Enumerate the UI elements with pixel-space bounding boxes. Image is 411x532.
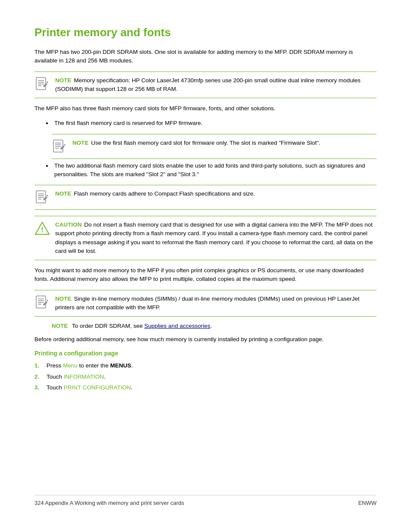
section-heading: Printing a configuration page [34, 350, 377, 357]
svg-rect-0 [36, 78, 46, 90]
caution-label: CAUTION [55, 221, 82, 228]
note-icon-2 [52, 139, 67, 154]
note-box-2: NOTEUse the first flash memory card slot… [52, 134, 377, 159]
bullet-list-2: The two additional flash memory card slo… [47, 162, 377, 179]
flash-intro-paragraph: The MFP also has three flash memory card… [34, 104, 377, 113]
step-2-content: Touch INFORMATION. [47, 372, 106, 382]
note-1-text: Memory specification: HP Color LaserJet … [55, 77, 361, 92]
note-2-label: NOTE [72, 140, 89, 146]
step-1-menu: Menu [63, 362, 78, 369]
steps-list: 1. Press Menu to enter the MENUS. 2. Tou… [34, 361, 377, 392]
note-3-text: Flash memory cards adhere to Compact Fla… [74, 190, 255, 197]
page-container: Printer memory and fonts The MFP has two… [0, 0, 411, 532]
note-box-4: NOTESingle in-line memory modules (SIMMs… [34, 290, 377, 317]
caution-text: Do not insert a flash memory card that i… [55, 221, 373, 254]
note-5-content: NOTE To order DDR SDRAM, see Supplies an… [52, 323, 212, 329]
page-title: Printer memory and fonts [34, 26, 377, 39]
step-3: 3. Touch PRINT CONFIGURATION. [34, 383, 377, 392]
order-paragraph: Before ordering additional memory, see h… [34, 335, 377, 344]
note-2-text: Use the first flash memory card slot for… [91, 140, 321, 146]
step-1-menus: MENUS [110, 362, 131, 369]
svg-rect-10 [36, 191, 46, 203]
note-2-content: NOTEUse the first flash memory card slot… [72, 139, 377, 147]
footer-right: ENWW [358, 500, 377, 506]
note-icon-1 [34, 76, 50, 92]
note-5-text1: To order DDR SDRAM, see [72, 323, 144, 329]
caution-box: ! CAUTIONDo not insert a flash memory ca… [34, 216, 377, 260]
note-icon-4 [34, 295, 50, 310]
step-1-num: 1. [34, 361, 47, 370]
note-3-content: NOTEFlash memory cards adhere to Compact… [55, 190, 377, 198]
main-content: Printer memory and fonts The MFP has two… [34, 26, 377, 495]
note-5-text2: . [210, 323, 212, 329]
note-box-3: NOTEFlash memory cards adhere to Compact… [34, 185, 377, 210]
note-5-container: NOTE To order DDR SDRAM, see Supplies an… [34, 323, 377, 329]
svg-rect-17 [36, 296, 46, 308]
supplies-link[interactable]: Supplies and accessories [144, 323, 210, 329]
step-2-information: INFORMATION [64, 373, 104, 380]
bullet-item-1: The first flash memory card is reserved … [47, 119, 377, 128]
footer-left: 324 Appendix A Working with memory and p… [34, 500, 184, 506]
note-4-text: Single in-line memory modules (SIMMs) / … [55, 296, 360, 311]
note-3-label: NOTE [55, 190, 72, 197]
note-box-1: NOTEMemory specification: HP Color Laser… [34, 72, 377, 99]
note-5-label: NOTE [52, 323, 68, 329]
svg-rect-5 [53, 140, 63, 152]
memory-paragraph: You might want to add more memory to the… [34, 266, 377, 284]
step-3-num: 3. [34, 383, 47, 392]
svg-text:!: ! [41, 226, 43, 233]
note-4-content: NOTESingle in-line memory modules (SIMMs… [55, 295, 377, 312]
bullet-item-2: The two additional flash memory card slo… [47, 162, 377, 179]
step-1-content: Press Menu to enter the MENUS. [47, 361, 133, 370]
caution-content: CAUTIONDo not insert a flash memory card… [55, 221, 377, 255]
step-3-content: Touch PRINT CONFIGURATION. [47, 383, 133, 392]
note-icon-3 [34, 190, 50, 205]
intro-paragraph: The MFP has two 200-pin DDR SDRAM slots.… [34, 48, 377, 65]
step-2: 2. Touch INFORMATION. [34, 372, 377, 382]
caution-triangle-icon: ! [34, 221, 50, 236]
note-1-label: NOTE [55, 77, 72, 84]
note-1-content: NOTEMemory specification: HP Color Laser… [55, 76, 377, 94]
bullet-list: The first flash memory card is reserved … [47, 119, 377, 128]
note-4-label: NOTE [55, 296, 72, 302]
page-footer: 324 Appendix A Working with memory and p… [34, 495, 377, 506]
step-1: 1. Press Menu to enter the MENUS. [34, 361, 377, 370]
step-3-print-config: PRINT CONFIGURATION [64, 384, 131, 391]
step-2-num: 2. [34, 372, 47, 382]
